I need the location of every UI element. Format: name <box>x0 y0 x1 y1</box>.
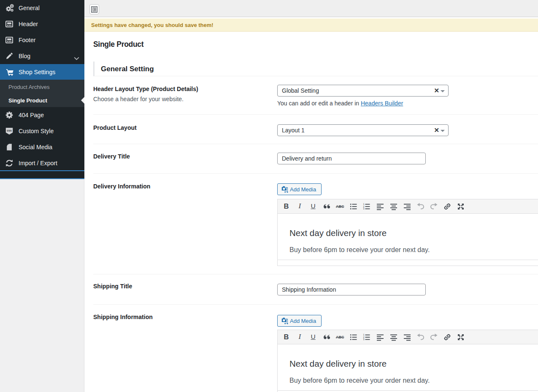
svg-text:3: 3 <box>363 338 365 341</box>
svg-text:3: 3 <box>363 207 365 210</box>
svg-text:css: css <box>7 129 12 132</box>
